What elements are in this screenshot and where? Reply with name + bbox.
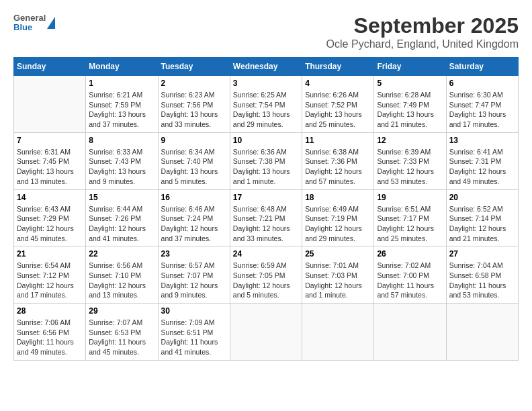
calendar-cell: 12Sunrise: 6:39 AMSunset: 7:33 PMDayligh… [374, 132, 446, 189]
logo-text: General Blue [13, 13, 46, 33]
day-number: 2 [161, 79, 227, 88]
week-row-2: 7Sunrise: 6:31 AMSunset: 7:45 PMDaylight… [14, 132, 519, 189]
logo: General Blue [13, 13, 55, 33]
day-info: Sunrise: 6:34 AMSunset: 7:40 PMDaylight:… [161, 147, 227, 187]
day-number: 4 [305, 79, 371, 88]
day-info: Sunrise: 6:43 AMSunset: 7:29 PMDaylight:… [17, 204, 83, 244]
calendar-cell: 8Sunrise: 6:33 AMSunset: 7:43 PMDaylight… [86, 132, 158, 189]
day-number: 23 [161, 249, 227, 259]
page-subtitle: Ocle Pychard, England, United Kingdom [326, 38, 519, 50]
day-info: Sunrise: 6:23 AMSunset: 7:56 PMDaylight:… [161, 90, 227, 130]
calendar-cell [14, 76, 86, 133]
day-number: 19 [377, 193, 443, 202]
day-info: Sunrise: 6:52 AMSunset: 7:14 PMDaylight:… [449, 204, 515, 244]
day-number: 8 [89, 136, 154, 145]
title-section: September 2025 Ocle Pychard, England, Un… [326, 13, 519, 50]
day-info: Sunrise: 6:31 AMSunset: 7:45 PMDaylight:… [17, 147, 83, 187]
calendar-cell: 19Sunrise: 6:51 AMSunset: 7:17 PMDayligh… [374, 189, 446, 246]
day-info: Sunrise: 6:33 AMSunset: 7:43 PMDaylight:… [89, 147, 154, 187]
day-info: Sunrise: 7:09 AMSunset: 6:51 PMDaylight:… [161, 318, 227, 357]
day-info: Sunrise: 7:01 AMSunset: 7:03 PMDaylight:… [305, 261, 371, 300]
day-number: 9 [161, 136, 227, 145]
day-info: Sunrise: 7:04 AMSunset: 6:58 PMDaylight:… [449, 261, 515, 300]
day-number: 16 [161, 193, 227, 202]
day-number: 30 [161, 306, 227, 316]
calendar-cell: 24Sunrise: 6:59 AMSunset: 7:05 PMDayligh… [230, 246, 302, 304]
calendar-cell: 2Sunrise: 6:23 AMSunset: 7:56 PMDaylight… [158, 76, 230, 133]
calendar-cell: 5Sunrise: 6:28 AMSunset: 7:49 PMDaylight… [374, 76, 446, 133]
calendar-cell: 6Sunrise: 6:30 AMSunset: 7:47 PMDaylight… [446, 76, 518, 133]
calendar-cell: 9Sunrise: 6:34 AMSunset: 7:40 PMDaylight… [158, 132, 230, 189]
day-info: Sunrise: 6:39 AMSunset: 7:33 PMDaylight:… [377, 147, 443, 187]
day-number: 27 [449, 249, 515, 259]
calendar-cell: 18Sunrise: 6:49 AMSunset: 7:19 PMDayligh… [302, 189, 374, 246]
week-row-4: 21Sunrise: 6:54 AMSunset: 7:12 PMDayligh… [14, 246, 519, 304]
header-cell-monday: Monday [86, 58, 158, 76]
calendar-cell [374, 304, 446, 361]
day-number: 25 [305, 249, 371, 259]
day-number: 24 [233, 249, 299, 259]
day-number: 22 [89, 249, 154, 259]
calendar-cell: 14Sunrise: 6:43 AMSunset: 7:29 PMDayligh… [14, 189, 86, 246]
day-number: 6 [449, 79, 515, 88]
day-info: Sunrise: 6:48 AMSunset: 7:21 PMDaylight:… [233, 204, 299, 244]
day-info: Sunrise: 6:59 AMSunset: 7:05 PMDaylight:… [233, 261, 299, 300]
calendar-cell [230, 304, 302, 361]
day-info: Sunrise: 6:25 AMSunset: 7:54 PMDaylight:… [233, 90, 299, 130]
day-number: 20 [449, 193, 515, 202]
day-number: 1 [89, 79, 154, 88]
day-info: Sunrise: 6:41 AMSunset: 7:31 PMDaylight:… [449, 147, 515, 187]
day-info: Sunrise: 7:07 AMSunset: 6:53 PMDaylight:… [89, 318, 154, 357]
day-info: Sunrise: 7:06 AMSunset: 6:56 PMDaylight:… [17, 318, 83, 357]
day-number: 5 [377, 79, 443, 88]
logo-line1: General [13, 13, 46, 23]
calendar-cell: 21Sunrise: 6:54 AMSunset: 7:12 PMDayligh… [14, 246, 86, 304]
calendar-cell: 17Sunrise: 6:48 AMSunset: 7:21 PMDayligh… [230, 189, 302, 246]
day-info: Sunrise: 6:36 AMSunset: 7:38 PMDaylight:… [233, 147, 299, 187]
day-info: Sunrise: 6:46 AMSunset: 7:24 PMDaylight:… [161, 204, 227, 244]
calendar-cell: 3Sunrise: 6:25 AMSunset: 7:54 PMDaylight… [230, 76, 302, 133]
day-info: Sunrise: 6:49 AMSunset: 7:19 PMDaylight:… [305, 204, 371, 244]
day-info: Sunrise: 6:57 AMSunset: 7:07 PMDaylight:… [161, 261, 227, 300]
day-number: 13 [449, 136, 515, 145]
logo-triangle-icon [47, 17, 55, 29]
header-cell-wednesday: Wednesday [230, 58, 302, 76]
calendar-cell: 23Sunrise: 6:57 AMSunset: 7:07 PMDayligh… [158, 246, 230, 304]
calendar-cell: 16Sunrise: 6:46 AMSunset: 7:24 PMDayligh… [158, 189, 230, 246]
day-info: Sunrise: 6:44 AMSunset: 7:26 PMDaylight:… [89, 204, 154, 244]
calendar-cell: 11Sunrise: 6:38 AMSunset: 7:36 PMDayligh… [302, 132, 374, 189]
day-info: Sunrise: 6:28 AMSunset: 7:49 PMDaylight:… [377, 90, 443, 130]
calendar-cell: 20Sunrise: 6:52 AMSunset: 7:14 PMDayligh… [446, 189, 518, 246]
calendar-cell: 4Sunrise: 6:26 AMSunset: 7:52 PMDaylight… [302, 76, 374, 133]
page-header: General Blue September 2025 Ocle Pychard… [13, 13, 519, 50]
day-info: Sunrise: 6:26 AMSunset: 7:52 PMDaylight:… [305, 90, 371, 130]
day-info: Sunrise: 6:38 AMSunset: 7:36 PMDaylight:… [305, 147, 371, 187]
calendar-cell: 10Sunrise: 6:36 AMSunset: 7:38 PMDayligh… [230, 132, 302, 189]
day-number: 18 [305, 193, 371, 202]
calendar-cell [302, 304, 374, 361]
header-cell-sunday: Sunday [14, 58, 86, 76]
header-cell-thursday: Thursday [302, 58, 374, 76]
calendar-cell: 29Sunrise: 7:07 AMSunset: 6:53 PMDayligh… [86, 304, 158, 361]
calendar-cell: 1Sunrise: 6:21 AMSunset: 7:59 PMDaylight… [86, 76, 158, 133]
week-row-3: 14Sunrise: 6:43 AMSunset: 7:29 PMDayligh… [14, 189, 519, 246]
calendar-cell: 28Sunrise: 7:06 AMSunset: 6:56 PMDayligh… [14, 304, 86, 361]
calendar-cell: 13Sunrise: 6:41 AMSunset: 7:31 PMDayligh… [446, 132, 518, 189]
day-info: Sunrise: 6:51 AMSunset: 7:17 PMDaylight:… [377, 204, 443, 244]
page-title: September 2025 [326, 13, 519, 38]
day-number: 28 [17, 306, 83, 316]
day-number: 26 [377, 249, 443, 259]
day-number: 21 [17, 249, 83, 259]
calendar-cell: 30Sunrise: 7:09 AMSunset: 6:51 PMDayligh… [158, 304, 230, 361]
week-row-5: 28Sunrise: 7:06 AMSunset: 6:56 PMDayligh… [14, 304, 519, 361]
calendar-table: SundayMondayTuesdayWednesdayThursdayFrid… [13, 57, 519, 361]
day-info: Sunrise: 6:30 AMSunset: 7:47 PMDaylight:… [449, 90, 515, 130]
header-cell-tuesday: Tuesday [158, 58, 230, 76]
day-number: 17 [233, 193, 299, 202]
day-info: Sunrise: 6:56 AMSunset: 7:10 PMDaylight:… [89, 261, 154, 300]
day-number: 29 [89, 306, 154, 316]
day-number: 12 [377, 136, 443, 145]
header-cell-saturday: Saturday [446, 58, 518, 76]
day-info: Sunrise: 7:02 AMSunset: 7:00 PMDaylight:… [377, 261, 443, 300]
calendar-body: 1Sunrise: 6:21 AMSunset: 7:59 PMDaylight… [14, 76, 519, 361]
